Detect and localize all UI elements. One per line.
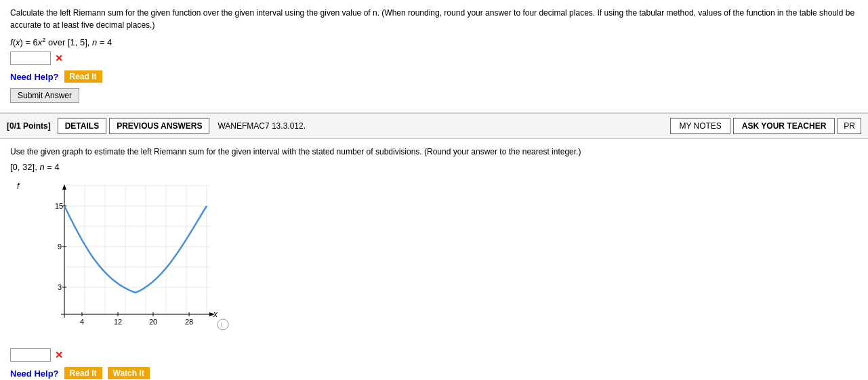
incorrect-icon-top: ✕ [55,53,63,64]
read-it-button-top[interactable]: Read It [64,70,102,83]
previous-answers-button[interactable]: PREVIOUS ANSWERS [109,118,209,134]
svg-point-33 [218,319,228,330]
svg-text:12: 12 [114,318,122,326]
svg-marker-35 [62,184,66,190]
submit-answer-button[interactable]: Submit Answer [10,88,79,103]
points-label: [0/1 Points] [7,121,51,131]
math-expr: f(x) = 6x2 over [1, 5], n = 4 [10,37,858,47]
svg-text:20: 20 [149,318,157,326]
answer-row-bottom: ✕ [10,348,858,362]
watch-it-button[interactable]: Watch It [108,367,150,379]
graph-container: f [10,179,234,341]
ask-teacher-button[interactable]: ASK YOUR TEACHER [733,118,835,134]
bottom-problem-text: Use the given graph to estimate the left… [10,146,858,158]
svg-text:3: 3 [58,283,62,291]
problem-id: WANEFMAC7 13.3.012. [218,121,306,131]
nav-right: MY NOTES ASK YOUR TEACHER PR [670,118,861,134]
bottom-section: Use the given graph to estimate the left… [0,139,868,380]
pr-button[interactable]: PR [838,118,861,134]
read-it-button-bottom[interactable]: Read It [64,367,102,379]
svg-text:28: 28 [185,318,193,326]
svg-text:15: 15 [55,202,63,210]
my-notes-button[interactable]: MY NOTES [670,118,730,134]
svg-text:9: 9 [58,242,62,251]
graph-svg: f [10,179,234,341]
incorrect-icon-bottom: ✕ [55,350,63,360]
submit-row: Submit Answer [10,88,858,103]
answer-input-bottom[interactable] [10,348,51,362]
svg-text:f: f [17,182,20,191]
need-help-label-bottom: Need Help? [10,368,59,379]
need-help-row-top: Need Help? Read It [10,70,858,83]
interval-text: [0, 32], n = 4 [10,162,858,172]
need-help-label-top: Need Help? [10,72,59,82]
top-section: Calculate the left Riemann sum for the g… [0,0,868,113]
svg-text:i: i [221,321,222,329]
answer-input-top[interactable] [10,51,51,65]
problem-text: Calculate the left Riemann sum for the g… [10,7,858,31]
answer-row: ✕ [10,51,858,65]
details-button[interactable]: DETAILS [58,118,106,134]
svg-text:4: 4 [80,318,84,326]
need-help-row-bottom: Need Help? Read It Watch It [10,367,858,379]
nav-bar: [0/1 Points] DETAILS PREVIOUS ANSWERS WA… [0,113,868,139]
